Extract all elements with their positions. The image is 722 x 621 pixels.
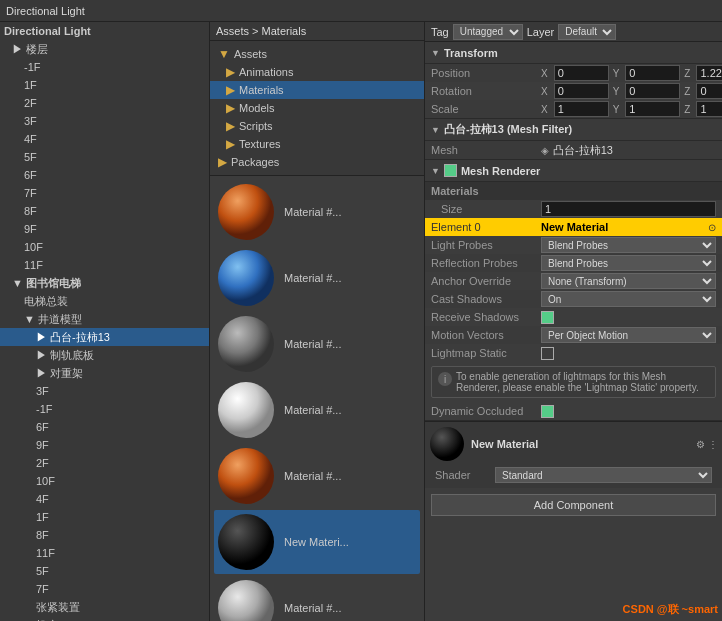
hierarchy-item[interactable]: 6F (0, 166, 209, 184)
assets-tree-item-packages[interactable]: ▶ Packages (210, 153, 424, 171)
hierarchy-item[interactable]: -1F (0, 400, 209, 418)
hierarchy-item[interactable]: 7F (0, 580, 209, 598)
hierarchy-item[interactable]: 8F (0, 526, 209, 544)
mesh-renderer-header[interactable]: ▼ Mesh Renderer (425, 160, 722, 182)
motion-vectors-select[interactable]: Per Object Motion (541, 327, 716, 343)
tag-select[interactable]: Untagged (453, 24, 523, 40)
hierarchy-item[interactable]: 2F (0, 454, 209, 472)
lightmap-static-label: Lightmap Static (431, 347, 541, 359)
cast-shadows-row: Cast Shadows On (425, 290, 722, 308)
y-label: Y (613, 68, 620, 79)
folder-icon: ▶ (226, 137, 235, 151)
layer-select[interactable]: Default (558, 24, 616, 40)
rz-label: Z (684, 86, 690, 97)
position-x[interactable] (554, 65, 609, 81)
dynamic-occluded-checkbox[interactable] (541, 405, 554, 418)
material-item[interactable]: Material #... (214, 312, 420, 376)
size-input[interactable] (541, 201, 716, 217)
assets-tree-item-scripts[interactable]: ▶ Scripts (210, 117, 424, 135)
transform-scale-row: Scale X Y Z (425, 100, 722, 118)
hierarchy-item[interactable]: 1F (0, 76, 209, 94)
material-item[interactable]: Material #... (214, 180, 420, 244)
rotation-y[interactable] (625, 83, 680, 99)
material-label: Material #... (284, 206, 341, 218)
hierarchy-item[interactable]: 11F (0, 544, 209, 562)
transform-header[interactable]: ▼ Transform (425, 42, 722, 64)
shader-select[interactable]: Standard (495, 467, 712, 483)
assets-tree-item-materials[interactable]: ▶ Materials (210, 81, 424, 99)
mesh-renderer-checkbox[interactable] (444, 164, 457, 177)
receive-shadows-checkbox[interactable] (541, 311, 554, 324)
position-z[interactable] (696, 65, 722, 81)
lightmap-info-box: i To enable generation of lightmaps for … (431, 366, 716, 398)
hierarchy-item[interactable]: 1F (0, 508, 209, 526)
hierarchy-item[interactable]: -1F (0, 58, 209, 76)
hierarchy-item[interactable]: ▶ 制轨底板 (0, 346, 209, 364)
material-item-new[interactable]: New Materi... (214, 510, 420, 574)
element0-row: Element 0 New Material ⊙ (425, 218, 722, 236)
hierarchy-item[interactable]: 4F (0, 130, 209, 148)
position-y[interactable] (625, 65, 680, 81)
hierarchy-item[interactable]: ▶ 对重架 (0, 364, 209, 382)
rotation-z[interactable] (696, 83, 722, 99)
mesh-value-container[interactable]: ◈ 凸台-拉柿13 (541, 143, 716, 158)
scale-z[interactable] (696, 101, 722, 117)
mesh-renderer-section: ▼ Mesh Renderer Materials Size Element 0… (425, 160, 722, 421)
mesh-filter-header[interactable]: ▼ 凸台-拉柿13 (Mesh Filter) (425, 119, 722, 141)
reflection-probes-select[interactable]: Blend Probes (541, 255, 716, 271)
assets-tree-item-models[interactable]: ▶ Models (210, 99, 424, 117)
hierarchy-item[interactable]: 9F (0, 436, 209, 454)
hierarchy-item[interactable]: 7F (0, 184, 209, 202)
hierarchy-item[interactable]: 机房 (0, 616, 209, 621)
hierarchy-item[interactable]: 5F (0, 148, 209, 166)
hierarchy-item[interactable]: 8F (0, 202, 209, 220)
inspector-panel: Tag Untagged Layer Default ▼ Transform P… (425, 22, 722, 621)
scale-x[interactable] (554, 101, 609, 117)
hierarchy-item[interactable]: 10F (0, 238, 209, 256)
hierarchy-item[interactable]: 9F (0, 220, 209, 238)
hierarchy-item[interactable]: 10F (0, 472, 209, 490)
material-item[interactable]: Material #... (214, 246, 420, 310)
hierarchy-item[interactable]: 11F (0, 256, 209, 274)
mesh-value: 凸台-拉柿13 (553, 143, 716, 158)
hierarchy-item[interactable]: 3F (0, 112, 209, 130)
anchor-override-row: Anchor Override None (Transform) (425, 272, 722, 290)
material-item[interactable]: Material #... (214, 444, 420, 508)
cast-shadows-select[interactable]: On (541, 291, 716, 307)
hierarchy-item[interactable]: 6F (0, 418, 209, 436)
x-label: X (541, 68, 548, 79)
rotation-x[interactable] (554, 83, 609, 99)
hierarchy-item[interactable]: ▼ 井道模型 (0, 310, 209, 328)
size-row: Size (425, 200, 722, 218)
hierarchy-item-selected[interactable]: ▶ 凸台-拉柿13 (0, 328, 209, 346)
add-component-button[interactable]: Add Component (431, 494, 716, 516)
mesh-icon: ◈ (541, 145, 549, 156)
svg-point-6 (218, 580, 274, 621)
hierarchy-item[interactable]: 2F (0, 94, 209, 112)
hierarchy-item[interactable]: ▼ 图书馆电梯 (0, 274, 209, 292)
light-probes-select[interactable]: Blend Probes (541, 237, 716, 253)
material-item[interactable]: Material #... (214, 378, 420, 442)
hierarchy-item[interactable]: 张紧装置 (0, 598, 209, 616)
sy-label: Y (613, 104, 620, 115)
scale-y[interactable] (625, 101, 680, 117)
element0-value[interactable]: New Material (541, 221, 708, 233)
assets-tree-item-assets[interactable]: ▼ Assets (210, 45, 424, 63)
sx-label: X (541, 104, 548, 115)
hierarchy-item[interactable]: 4F (0, 490, 209, 508)
hierarchy-item[interactable]: 3F (0, 382, 209, 400)
hierarchy-item[interactable]: Directional Light (0, 22, 209, 40)
assets-tree-item-animations[interactable]: ▶ Animations (210, 63, 424, 81)
hierarchy-item[interactable]: 5F (0, 562, 209, 580)
new-material-section: New Material ⚙ ⋮ Shader Standard (425, 421, 722, 488)
assets-tree-item-textures[interactable]: ▶ Textures (210, 135, 424, 153)
dynamic-occluded-row: Dynamic Occluded (425, 402, 722, 420)
hierarchy-item[interactable]: ▶ 楼层 (0, 40, 209, 58)
hierarchy-item[interactable]: 电梯总装 (0, 292, 209, 310)
lightmap-static-checkbox[interactable] (541, 347, 554, 360)
anchor-override-select[interactable]: None (Transform) (541, 273, 716, 289)
receive-shadows-label: Receive Shadows (431, 311, 541, 323)
transform-section: ▼ Transform Position X Y Z Rotation X (425, 42, 722, 119)
material-item[interactable]: Material #... (214, 576, 420, 621)
z-label: Z (684, 68, 690, 79)
